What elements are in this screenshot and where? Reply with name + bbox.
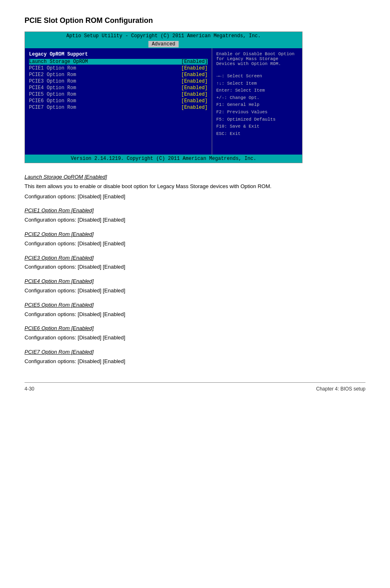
bios-footer: Version 2.14.1219. Copyright (C) 2011 Am… — [25, 155, 302, 163]
bios-section-title: Legacy OpROM Support — [29, 52, 208, 57]
bios-item-label-1: PCIE1 Option Rom — [29, 65, 76, 71]
bios-item-label-4: PCIE4 Option Rom — [29, 85, 76, 91]
bios-key-3: +/-: Change Opt. — [216, 94, 298, 102]
chapter-label: Chapter 4: BIOS setup — [316, 386, 365, 392]
bios-item-6[interactable]: PCIE6 Option Rom[Enabled] — [29, 98, 208, 104]
doc-item-1: PCIE1 Option Rom [Enabled]Configuration … — [25, 206, 365, 224]
doc-item-4: PCIE4 Option Rom [Enabled]Configuration … — [25, 277, 365, 295]
bios-header: Aptio Setup Utility - Copyright (C) 2011… — [25, 32, 302, 40]
doc-item-2: PCIE2 Option Rom [Enabled]Configuration … — [25, 230, 365, 248]
page-footer: 4-30 Chapter 4: BIOS setup — [25, 382, 365, 392]
bios-keys: →←: Select Screen↑↓: Select ItemEnter: S… — [216, 73, 298, 137]
bios-help-text: Enable or Disable Boot Option for Legacy… — [216, 52, 298, 66]
bios-key-8: ESC: Exit — [216, 130, 298, 138]
doc-item-config-5: Configuration options: [Disabled] [Enabl… — [25, 310, 365, 319]
bios-item-5[interactable]: PCIE5 Option Rom[Enabled] — [29, 92, 208, 97]
page-title: PCIE Slot Option ROM Configuration — [25, 16, 365, 25]
doc-item-config-3: Configuration options: [Disabled] [Enabl… — [25, 263, 365, 272]
bios-key-1: ↑↓: Select Item — [216, 80, 298, 88]
doc-item-5: PCIE5 Option Rom [Enabled]Configuration … — [25, 301, 365, 319]
bios-key-5: F2: Previous Values — [216, 109, 298, 116]
doc-item-config-4: Configuration options: [Disabled] [Enabl… — [25, 287, 365, 295]
bios-tab-row: Advanced — [25, 40, 302, 48]
doc-item-config-1: Configuration options: [Disabled] [Enabl… — [25, 216, 365, 224]
doc-item-title-0: Launch Storage OpROM [Enabled] — [25, 173, 365, 182]
bios-item-label-0: Launch Storage OpROM — [29, 59, 88, 65]
bios-item-value-5: [Enabled] — [181, 92, 208, 97]
bios-item-value-7: [Enabled] — [181, 105, 208, 110]
doc-item-config-0: Configuration options: [Disabled] [Enabl… — [25, 193, 365, 201]
doc-item-title-2: PCIE2 Option Rom [Enabled] — [25, 230, 365, 239]
doc-item-title-3: PCIE3 Option Rom [Enabled] — [25, 254, 365, 263]
doc-item-title-4: PCIE4 Option Rom [Enabled] — [25, 277, 365, 286]
bios-item-label-2: PCIE2 Option Rom — [29, 72, 76, 78]
doc-item-title-1: PCIE1 Option Rom [Enabled] — [25, 206, 365, 215]
bios-key-7: F10: Save & Exit — [216, 123, 298, 130]
bios-body: Legacy OpROM Support Launch Storage OpRO… — [25, 48, 302, 155]
doc-item-0: Launch Storage OpROM [Enabled]This item … — [25, 173, 365, 201]
bios-key-6: F5: Optimized Defaults — [216, 116, 298, 123]
doc-item-title-7: PCIE7 Option Rom [Enabled] — [25, 348, 365, 357]
bios-item-value-1: [Enabled] — [181, 65, 208, 71]
doc-item-3: PCIE3 Option Rom [Enabled]Configuration … — [25, 254, 365, 272]
bios-item-value-0: [Enabled] — [181, 59, 208, 65]
bios-item-0[interactable]: Launch Storage OpROM[Enabled] — [29, 59, 208, 65]
bios-item-value-4: [Enabled] — [181, 85, 208, 91]
bios-item-2[interactable]: PCIE2 Option Rom[Enabled] — [29, 72, 208, 78]
bios-item-label-7: PCIE7 Option Rom — [29, 105, 76, 110]
doc-section: Launch Storage OpROM [Enabled]This item … — [25, 173, 365, 366]
doc-item-config-7: Configuration options: [Disabled] [Enabl… — [25, 357, 365, 366]
bios-item-label-3: PCIE3 Option Rom — [29, 79, 76, 84]
bios-item-label-5: PCIE5 Option Rom — [29, 92, 76, 97]
doc-item-config-2: Configuration options: [Disabled] [Enabl… — [25, 240, 365, 248]
bios-item-1[interactable]: PCIE1 Option Rom[Enabled] — [29, 65, 208, 71]
doc-item-title-6: PCIE6 Option Rom [Enabled] — [25, 324, 365, 333]
bios-left-panel: Legacy OpROM Support Launch Storage OpRO… — [25, 48, 212, 155]
bios-item-value-2: [Enabled] — [181, 72, 208, 78]
bios-item-3[interactable]: PCIE3 Option Rom[Enabled] — [29, 79, 208, 84]
bios-right-panel: Enable or Disable Boot Option for Legacy… — [212, 48, 302, 155]
doc-item-desc-0: This item allows you to enable or disabl… — [25, 182, 365, 191]
doc-item-config-6: Configuration options: [Disabled] [Enabl… — [25, 334, 365, 342]
bios-key-2: Enter: Select Item — [216, 87, 298, 94]
bios-item-value-6: [Enabled] — [181, 98, 208, 104]
bios-key-0: →←: Select Screen — [216, 73, 298, 80]
bios-item-4[interactable]: PCIE4 Option Rom[Enabled] — [29, 85, 208, 91]
bios-key-4: F1: General Help — [216, 101, 298, 109]
bios-items-list: Launch Storage OpROM[Enabled]PCIE1 Optio… — [29, 59, 208, 110]
bios-tab-advanced[interactable]: Advanced — [148, 41, 179, 47]
bios-screen: Aptio Setup Utility - Copyright (C) 2011… — [25, 31, 303, 163]
doc-item-6: PCIE6 Option Rom [Enabled]Configuration … — [25, 324, 365, 342]
bios-item-7[interactable]: PCIE7 Option Rom[Enabled] — [29, 105, 208, 110]
page-number: 4-30 — [25, 386, 34, 392]
bios-item-label-6: PCIE6 Option Rom — [29, 98, 76, 104]
bios-item-value-3: [Enabled] — [181, 79, 208, 84]
doc-item-7: PCIE7 Option Rom [Enabled]Configuration … — [25, 348, 365, 366]
doc-item-title-5: PCIE5 Option Rom [Enabled] — [25, 301, 365, 310]
